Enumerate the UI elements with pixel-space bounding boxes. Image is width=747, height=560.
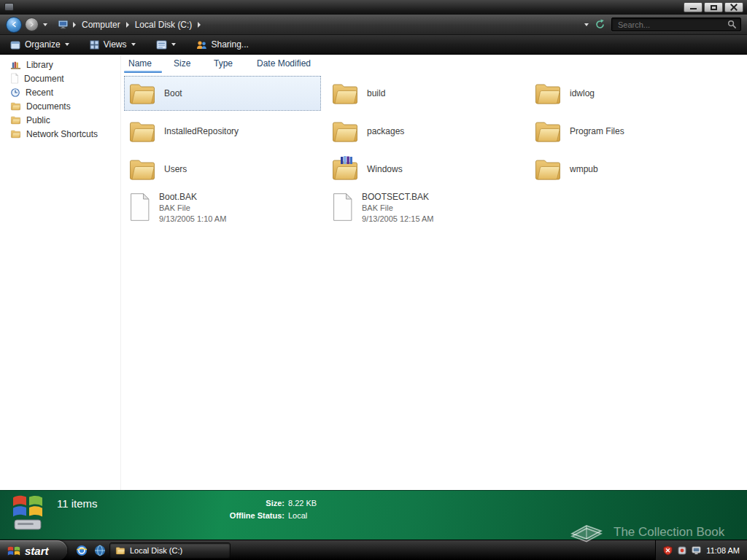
window-titlebar	[0, 0, 747, 15]
sharing-label: Sharing...	[212, 39, 249, 50]
file-details: Boot.BAK BAK File 9/13/2005 1:10 AM	[159, 192, 226, 225]
file-tile-boot-bak[interactable]: Boot.BAK BAK File 9/13/2005 1:10 AM	[124, 188, 321, 230]
file-details: BOOTSECT.BAK BAK File 9/13/2005 12:15 AM	[362, 192, 433, 225]
folder-icon	[128, 79, 157, 108]
organize-label: Organize	[25, 39, 61, 50]
file-tile-bootsect-bak[interactable]: BOOTSECT.BAK BAK File 9/13/2005 12:15 AM	[327, 188, 524, 230]
breadcrumb-separator-icon[interactable]	[126, 22, 129, 28]
details-status-panel	[0, 490, 747, 540]
column-header-date-modified[interactable]: Date Modified	[257, 58, 311, 69]
sidebar-item-public[interactable]: Public	[0, 113, 120, 127]
taskbar-clock[interactable]: 11:08 AM	[706, 546, 740, 555]
folder-icon	[330, 117, 360, 146]
breadcrumb: Computer Local Disk (C:)	[58, 17, 205, 33]
search-box[interactable]	[611, 18, 741, 31]
minimize-button[interactable]	[684, 2, 703, 12]
back-arrow-icon	[10, 20, 18, 28]
taskbar-task-local-disk-c[interactable]: Local Disk (C:)	[109, 542, 231, 559]
system-menu-icon[interactable]	[4, 3, 14, 11]
sidebar-item-library[interactable]: Library	[0, 58, 120, 71]
file-name: Program Files	[570, 126, 624, 136]
folder-icon	[533, 155, 562, 184]
recent-icon	[10, 88, 20, 98]
maximize-button[interactable]	[704, 2, 723, 12]
file-tile-users[interactable]: Users	[124, 152, 321, 187]
view-mode-button[interactable]	[152, 36, 180, 52]
breadcrumb-local-disk-c[interactable]: Local Disk (C:)	[133, 20, 194, 30]
start-label: start	[25, 545, 49, 557]
sidebar-item-label: Public	[26, 115, 50, 125]
sidebar-item-label: Documents	[26, 101, 71, 112]
back-button[interactable]	[6, 17, 22, 33]
sidebar-item-label: Recent	[26, 88, 53, 98]
sharing-button[interactable]: Sharing...	[192, 36, 253, 52]
offline-status-value: Local	[288, 510, 317, 522]
sidebar-item-label: Network Shortcuts	[26, 129, 98, 139]
offline-status-label: Offline Status:	[190, 510, 285, 522]
command-toolbar: Organize Views	[0, 35, 747, 55]
security-shield-icon[interactable]	[663, 545, 673, 556]
breadcrumb-separator-icon	[73, 22, 76, 28]
file-tile-wmpub[interactable]: wmpub	[530, 152, 727, 187]
maximize-icon	[711, 5, 717, 10]
file-tile-build[interactable]: build	[327, 76, 524, 111]
column-header-type[interactable]: Type	[214, 58, 233, 69]
display-icon[interactable]	[692, 546, 701, 555]
navbar-right-controls	[584, 18, 741, 31]
history-dropdown-icon[interactable]	[43, 23, 47, 26]
views-button[interactable]: Views	[85, 36, 140, 52]
file-tile-boot[interactable]: Boot	[124, 76, 321, 111]
address-dropdown-icon[interactable]	[584, 23, 589, 26]
file-tile-program-files[interactable]: Program Files	[530, 114, 727, 149]
folder-icon	[128, 155, 157, 184]
column-header-name[interactable]: Name	[128, 58, 152, 69]
windows-folder-icon	[330, 155, 360, 184]
sidebar-item-label: Document	[24, 74, 64, 84]
library-icon	[10, 59, 21, 70]
folder-icon	[128, 117, 157, 146]
chevron-down-icon	[131, 43, 136, 46]
file-date: 9/13/2005 1:10 AM	[159, 214, 226, 225]
file-name: Boot.BAK	[159, 192, 226, 203]
sidebar-item-recent[interactable]: Recent	[0, 85, 120, 99]
search-input[interactable]	[616, 20, 727, 30]
folder-icon	[330, 79, 360, 108]
organize-button[interactable]: Organize	[6, 36, 74, 52]
size-value: 8.22 KB	[288, 497, 317, 510]
sidebar-item-label: Library	[26, 60, 53, 70]
file-tile-windows[interactable]: Windows	[327, 152, 524, 187]
globe-icon[interactable]	[94, 545, 106, 556]
system-tray: 11:08 AM	[655, 540, 747, 560]
file-name: wmpub	[570, 164, 598, 174]
selection-details: Size: 8.22 KB Offline Status: Local	[190, 497, 317, 522]
computer-icon	[58, 20, 69, 29]
file-name: InstalledRepository	[164, 126, 239, 136]
file-name: BOOTSECT.BAK	[362, 192, 433, 203]
file-name: Boot	[164, 88, 182, 98]
search-icon[interactable]	[727, 20, 737, 29]
sidebar-item-document[interactable]: Document	[0, 71, 120, 85]
forward-arrow-icon	[28, 21, 35, 28]
windows-flag-icon	[7, 545, 20, 556]
close-button[interactable]	[724, 2, 743, 12]
file-name: Users	[164, 164, 187, 174]
forward-button[interactable]	[25, 18, 39, 31]
chevron-down-icon	[65, 43, 69, 46]
folder-icon	[533, 79, 562, 108]
local-disk-icon	[7, 493, 48, 534]
file-tile-idwlog[interactable]: idwlog	[530, 76, 727, 111]
size-label: Size:	[190, 497, 285, 510]
file-tile-installedrepository[interactable]: InstalledRepository	[124, 114, 321, 149]
column-header-size[interactable]: Size	[174, 58, 190, 69]
breadcrumb-separator-icon[interactable]	[198, 22, 201, 28]
internet-explorer-icon[interactable]	[76, 545, 88, 556]
file-name: packages	[367, 126, 404, 136]
notification-icon[interactable]	[678, 546, 686, 555]
refresh-icon[interactable]	[595, 19, 605, 30]
file-tile-packages[interactable]: packages	[327, 114, 524, 149]
sidebar-item-documents[interactable]: Documents	[0, 99, 120, 113]
breadcrumb-computer[interactable]: Computer	[80, 20, 122, 30]
start-button[interactable]: start	[0, 540, 67, 560]
file-type: BAK File	[362, 203, 433, 214]
sidebar-item-network-shortcuts[interactable]: Network Shortcuts	[0, 127, 120, 141]
